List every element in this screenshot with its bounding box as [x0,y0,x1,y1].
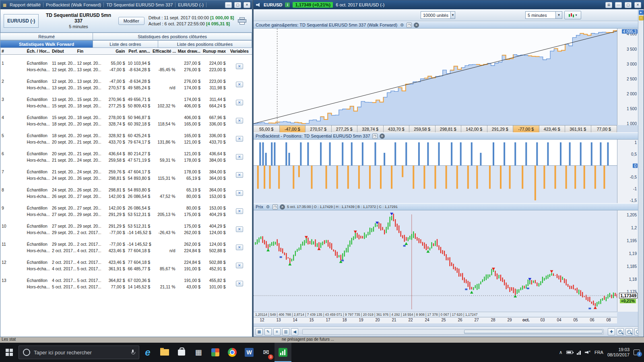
right-sidebar-strip[interactable]: ▸ ! [638,9,644,337]
variables-button[interactable]: ✕ [236,226,243,232]
chart-type-button[interactable]: ▾ [564,11,581,19]
column-header[interactable]: Runup max [202,48,227,55]
close-panel-icon[interactable]: ✕ [380,134,385,139]
table-row[interactable]: 7Échantillon21 sept. 20...24 sept. 20...… [0,169,252,175]
segment-gain-cell[interactable]: 328,74 $ [357,125,384,132]
variables-button[interactable]: ✕ [236,100,243,105]
variables-button[interactable]: ✕ [236,154,243,160]
equity-y-axis[interactable]: 4 0003 5003 0002 5002 0001 5001 0004 095… [617,29,638,125]
chart-titlebar[interactable]: EURUSD i 1,17349 (+0,21%) 6 oct. 2017 EU… [254,0,644,9]
positions-plot[interactable] [254,140,617,203]
table-row[interactable]: Hors-écha...12 sept. 20...13 sept. 20...… [0,66,252,73]
minimize-button[interactable]: — [615,2,622,8]
tab-liste-positions[interactable]: Liste des positions clôturées [158,40,252,48]
variables-button[interactable]: ✕ [236,64,243,69]
segment-gain-cell[interactable]: -77,00 $ [513,125,539,132]
volume-muted-icon[interactable] [585,350,590,355]
layout-grid-button[interactable]: ⊞ [605,2,612,8]
variables-button[interactable]: ✕ [236,136,243,142]
table-row[interactable]: 1Échantillon11 sept. 20...12 sept. 20...… [0,60,252,66]
table-row[interactable]: 8Échantillon24 sept. 20...26 sept. 20...… [0,187,252,193]
timeframe-select[interactable]: 5 minutes ▾ [525,11,562,19]
speaker-icon[interactable] [256,3,261,7]
table-row[interactable]: Hors-écha...5 oct. 2017...6 oct. 2017...… [0,284,252,290]
scroll-left-icon[interactable]: ◀ [291,328,298,335]
price-x-axis[interactable]: 12131415171819202122242526272829oct.0304… [254,317,617,323]
table-row[interactable]: Hors-écha...20 sept. 20...21 sept. 20...… [0,139,252,145]
column-header[interactable]: Début [51,48,76,55]
taskbar-app-edge[interactable]: e [139,343,156,362]
zoom-out-icon[interactable]: − [625,328,633,335]
taskbar-app-calculator[interactable]: ▦ [190,343,207,362]
tab-liste-ordres[interactable]: Liste des ordres [93,40,158,48]
table-row[interactable]: Hors-écha...21 sept. 20...24 sept. 20...… [0,157,252,163]
close-button[interactable]: ✕ [634,2,641,8]
variables-button[interactable]: ✕ [236,208,243,214]
column-header[interactable]: Gain [101,48,126,55]
table-row[interactable]: 10Échantillon27 sept. 20...29 sept. 20..… [0,223,252,229]
taskbar-app-trading[interactable] [275,343,291,362]
sidebar-alert-icon[interactable]: ! [639,16,644,21]
segment-gain-cell[interactable]: 291,29 $ [487,125,514,132]
taskbar-clock[interactable]: 19:03 08/10/2017 [607,347,630,358]
variables-button[interactable]: ✕ [236,245,243,250]
notification-center-icon[interactable]: 2 [634,350,640,355]
taskbar-app-chrome[interactable] [224,343,241,362]
column-header[interactable]: # [0,48,26,55]
drawing-tools-icon[interactable]: ✚ [608,328,615,335]
network-icon[interactable] [577,350,581,355]
segment-gain-cell[interactable]: 298,81 $ [436,125,462,132]
maximize-button[interactable]: ▢ [234,2,241,8]
column-header[interactable]: Max draw... [177,48,202,55]
info-icon[interactable]: i [285,2,290,7]
settings-icon[interactable]: ⚙ [265,204,270,210]
price-plot[interactable] [254,210,617,312]
mic-icon[interactable] [131,350,135,355]
settings-icon[interactable]: ⚙ [399,23,405,28]
taskbar-app-mail[interactable]: ✉ 3 [258,343,275,362]
variables-button[interactable]: ✕ [236,281,243,286]
column-header[interactable]: Fin [76,48,101,55]
columns-icon[interactable]: ▥ [282,328,289,335]
detach-window-icon[interactable]: ❐ [407,23,412,28]
segment-gain-cell[interactable]: 277,25 $ [332,125,358,132]
segment-gain-cell[interactable]: 259,58 $ [409,125,436,132]
table-row[interactable]: 13Échantillon4 oct. 2017...5 oct. 2017..… [0,277,252,284]
modify-button[interactable]: Modifier [118,17,144,25]
table-row[interactable]: 12Échantillon2 oct. 2017...4 oct. 2017..… [0,259,252,265]
segment-gain-cell[interactable]: 142,00 $ [461,125,487,132]
tab-resume[interactable]: Résumé [0,33,93,40]
variables-button[interactable]: ✕ [236,190,243,196]
table-row[interactable]: Hors-écha...27 sept. 20...29 sept. 20...… [0,211,252,218]
table-row[interactable]: Hors-écha...29 sept. 20...2 oct. 2017...… [0,229,252,236]
table-row[interactable]: 9Échantillon26 sept. 20...27 sept. 20...… [0,205,252,211]
segment-gain-cell[interactable]: 77,00 $ [591,125,617,132]
start-button[interactable] [0,343,19,362]
units-select[interactable]: 10000 unités ▾ [421,11,455,19]
column-header[interactable]: Éch. / Hor... [26,48,51,55]
share-icon[interactable]: ✎ [264,328,272,335]
close-panel-icon[interactable]: ✕ [414,23,419,28]
detach-window-icon[interactable]: ❐ [372,134,378,139]
close-panel-icon[interactable]: ✕ [280,204,285,210]
column-header[interactable]: Variables [227,48,252,55]
variables-button[interactable]: ✕ [236,82,243,87]
positions-y-axis[interactable]: 10,50-0,5-1-1,5 [617,140,638,203]
variables-button[interactable]: ✕ [236,172,243,178]
table-row[interactable]: Hors-écha...26 sept. 20...27 sept. 20...… [0,193,252,200]
close-button[interactable]: ✕ [244,2,250,8]
taskbar-app-photos[interactable] [207,343,224,362]
chart-settings-icon[interactable]: ▦ [256,328,263,335]
language-indicator[interactable]: FRA [594,350,603,355]
table-row[interactable]: Hors-écha...18 sept. 20...20 sept. 20...… [0,121,252,127]
segment-gain-cell[interactable]: -47,00 $ [280,125,306,132]
detach-window-icon[interactable]: ❐ [272,204,278,210]
minimize-button[interactable]: — [225,2,232,8]
report-titlebar[interactable]: ▦ Rapport détaillé ProBacktest (Walk For… [0,0,252,9]
tab-walk-forward[interactable]: Statistiques Walk Forward [0,40,93,48]
table-row[interactable]: 2Échantillon12 sept. 20...13 sept. 20...… [0,78,252,84]
chevron-up-icon[interactable]: ∧ [559,350,563,355]
table-row[interactable]: 4Échantillon15 sept. 20...18 sept. 20...… [0,114,252,121]
column-header[interactable]: Perf. ann... [126,48,152,55]
battery-icon[interactable] [566,351,573,354]
